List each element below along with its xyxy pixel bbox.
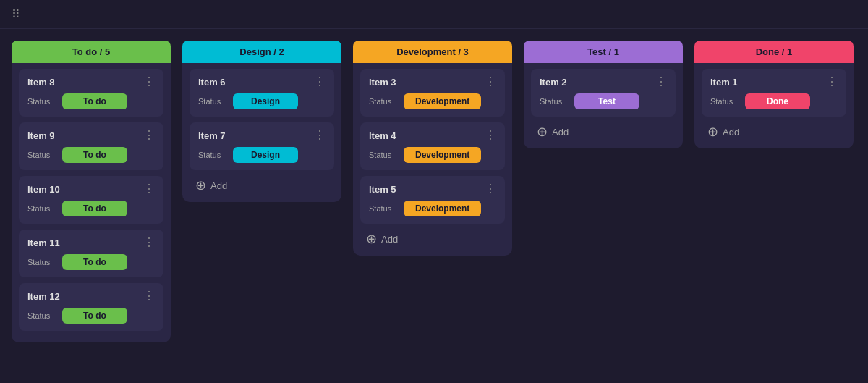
card-item11: Item 11⋮StatusTo do bbox=[19, 230, 163, 277]
status-label-item12: Status bbox=[27, 311, 56, 320]
add-label-test: Add bbox=[552, 127, 569, 138]
status-badge-item5: Development bbox=[404, 201, 481, 216]
status-badge-item10: To do bbox=[62, 201, 127, 216]
card-header-item5: Item 5⋮ bbox=[369, 183, 496, 195]
card-menu-item12[interactable]: ⋮ bbox=[143, 290, 155, 302]
card-header-item1: Item 1⋮ bbox=[710, 76, 838, 88]
card-item12: Item 12⋮StatusTo do bbox=[19, 283, 163, 331]
status-badge-item7: Design bbox=[233, 147, 298, 163]
card-item2: Item 2⋮StatusTest bbox=[531, 69, 676, 117]
card-menu-item8[interactable]: ⋮ bbox=[143, 76, 155, 88]
card-title-item2: Item 2 bbox=[540, 77, 567, 88]
add-icon-design: ⊕ bbox=[195, 179, 206, 192]
add-icon-test: ⊕ bbox=[537, 125, 548, 138]
status-label-item9: Status bbox=[27, 151, 56, 159]
card-item4: Item 4⋮StatusDevelopment bbox=[360, 122, 505, 170]
card-item8: Item 8⋮StatusTo do bbox=[19, 69, 163, 117]
card-menu-item1[interactable]: ⋮ bbox=[826, 76, 838, 88]
status-label-item5: Status bbox=[369, 204, 398, 213]
status-badge-item1: Done bbox=[745, 93, 810, 109]
add-button-development[interactable]: ⊕Add bbox=[360, 230, 404, 248]
card-header-item12: Item 12⋮ bbox=[27, 290, 155, 302]
card-menu-item9[interactable]: ⋮ bbox=[143, 130, 155, 141]
status-label-item10: Status bbox=[27, 204, 56, 213]
card-title-item7: Item 7 bbox=[198, 130, 226, 141]
card-header-item6: Item 6⋮ bbox=[198, 76, 326, 88]
card-menu-item5[interactable]: ⋮ bbox=[485, 183, 496, 195]
card-menu-item4[interactable]: ⋮ bbox=[485, 130, 496, 141]
card-item6: Item 6⋮StatusDesign bbox=[190, 69, 334, 117]
status-label-item3: Status bbox=[369, 97, 398, 106]
card-status-row-item1: StatusDone bbox=[710, 93, 838, 109]
card-title-item5: Item 5 bbox=[369, 184, 396, 195]
card-item3: Item 3⋮StatusDevelopment bbox=[360, 69, 505, 117]
card-menu-item6[interactable]: ⋮ bbox=[314, 76, 326, 88]
add-label-design: Add bbox=[210, 180, 227, 191]
card-status-row-item5: StatusDevelopment bbox=[369, 201, 496, 216]
card-item10: Item 10⋮StatusTo do bbox=[19, 176, 163, 224]
card-header-item3: Item 3⋮ bbox=[369, 76, 496, 88]
column-header-done: Done / 1 bbox=[694, 41, 854, 63]
card-status-row-item8: StatusTo do bbox=[27, 93, 155, 109]
status-label-item6: Status bbox=[198, 97, 227, 106]
column-header-todo: To do / 5 bbox=[12, 41, 171, 63]
status-label-item4: Status bbox=[369, 151, 398, 159]
column-done: Done / 1Item 1⋮StatusDone⊕Add bbox=[694, 41, 854, 148]
card-title-item6: Item 6 bbox=[198, 77, 226, 88]
card-header-item7: Item 7⋮ bbox=[198, 130, 326, 141]
status-badge-item3: Development bbox=[404, 93, 481, 109]
card-header-item8: Item 8⋮ bbox=[27, 76, 155, 88]
card-status-row-item3: StatusDevelopment bbox=[369, 93, 496, 109]
card-header-item9: Item 9⋮ bbox=[27, 130, 155, 141]
add-button-done[interactable]: ⊕Add bbox=[702, 122, 745, 141]
status-badge-item8: To do bbox=[62, 93, 127, 109]
card-item7: Item 7⋮StatusDesign bbox=[190, 122, 334, 170]
card-menu-item10[interactable]: ⋮ bbox=[143, 183, 155, 195]
card-status-row-item4: StatusDevelopment bbox=[369, 147, 496, 163]
status-badge-item11: To do bbox=[62, 254, 127, 270]
card-status-row-item12: StatusTo do bbox=[27, 308, 155, 324]
column-todo: To do / 5Item 8⋮StatusTo doItem 9⋮Status… bbox=[12, 41, 171, 342]
card-title-item3: Item 3 bbox=[369, 77, 396, 88]
add-label-development: Add bbox=[381, 234, 398, 245]
status-label-item11: Status bbox=[27, 258, 56, 266]
status-badge-item2: Test bbox=[574, 93, 639, 109]
card-status-row-item2: StatusTest bbox=[540, 93, 667, 109]
drag-icon: ⠿ bbox=[12, 7, 20, 21]
status-label-item8: Status bbox=[27, 97, 56, 106]
column-development: Development / 3Item 3⋮StatusDevelopmentI… bbox=[353, 41, 512, 256]
add-button-test[interactable]: ⊕Add bbox=[531, 122, 574, 141]
card-menu-item11[interactable]: ⋮ bbox=[143, 237, 155, 248]
status-badge-item12: To do bbox=[62, 308, 127, 324]
card-item1: Item 1⋮StatusDone bbox=[702, 69, 846, 117]
card-header-item11: Item 11⋮ bbox=[27, 237, 155, 248]
status-label-item1: Status bbox=[710, 97, 739, 106]
status-badge-item9: To do bbox=[62, 147, 127, 163]
card-header-item4: Item 4⋮ bbox=[369, 130, 496, 141]
status-badge-item6: Design bbox=[233, 93, 298, 109]
add-icon-development: ⊕ bbox=[366, 232, 377, 245]
card-title-item12: Item 12 bbox=[27, 291, 60, 302]
card-title-item11: Item 11 bbox=[27, 237, 60, 248]
card-menu-item7[interactable]: ⋮ bbox=[314, 130, 326, 141]
card-status-row-item7: StatusDesign bbox=[198, 147, 326, 163]
card-title-item10: Item 10 bbox=[27, 184, 60, 195]
column-header-design: Design / 2 bbox=[182, 41, 341, 63]
add-icon-done: ⊕ bbox=[707, 125, 718, 138]
card-menu-item3[interactable]: ⋮ bbox=[485, 76, 496, 88]
column-header-test: Test / 1 bbox=[524, 41, 683, 63]
card-menu-item2[interactable]: ⋮ bbox=[655, 76, 667, 88]
card-header-item2: Item 2⋮ bbox=[540, 76, 667, 88]
card-status-row-item11: StatusTo do bbox=[27, 254, 155, 270]
add-button-design[interactable]: ⊕Add bbox=[190, 176, 233, 195]
card-header-item10: Item 10⋮ bbox=[27, 183, 155, 195]
card-status-row-item9: StatusTo do bbox=[27, 147, 155, 163]
card-title-item1: Item 1 bbox=[710, 77, 738, 88]
card-status-row-item10: StatusTo do bbox=[27, 201, 155, 216]
column-design: Design / 2Item 6⋮StatusDesignItem 7⋮Stat… bbox=[182, 41, 341, 202]
card-item9: Item 9⋮StatusTo do bbox=[19, 122, 163, 170]
app-header: ⠿ bbox=[0, 0, 868, 29]
status-badge-item4: Development bbox=[404, 147, 481, 163]
card-title-item4: Item 4 bbox=[369, 130, 396, 141]
column-header-development: Development / 3 bbox=[353, 41, 512, 63]
